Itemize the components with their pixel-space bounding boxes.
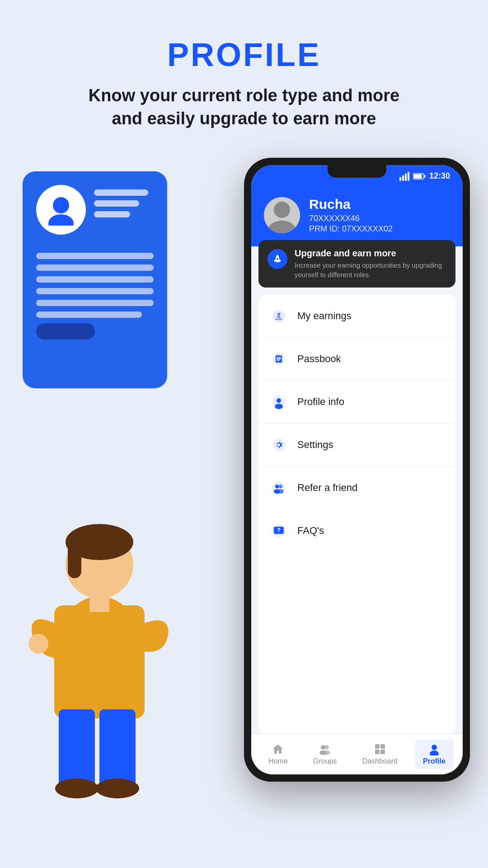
refer-svg-icon (272, 481, 286, 495)
svg-rect-14 (413, 174, 422, 178)
main-content: 12:30 Rucha 70XXXXXX46 PRM ID: 07XXXXXX0… (0, 158, 488, 800)
upgrade-banner[interactable]: Upgrade and earn more Increase your earn… (258, 240, 455, 288)
svg-rect-26 (277, 357, 281, 358)
menu-item-passbook[interactable]: Passbook (258, 338, 455, 381)
profile-info-block: Rucha 70XXXXXX46 PRM ID: 07XXXXXX02 (309, 197, 393, 234)
doc-lines (94, 185, 148, 244)
svg-point-35 (275, 485, 279, 488)
status-icons: 12:30 (399, 171, 450, 181)
time-display: 12:30 (429, 171, 450, 181)
phone-mockup: 12:30 Rucha 70XXXXXX46 PRM ID: 07XXXXXX0… (244, 158, 470, 782)
refer-label: Refer a friend (297, 482, 357, 494)
svg-text:?: ? (277, 527, 281, 533)
nav-home[interactable]: Home (260, 739, 296, 769)
battery-icon (413, 173, 426, 179)
signal-icon (399, 172, 409, 181)
person-avatar-icon (45, 194, 77, 226)
nav-groups-label: Groups (313, 757, 337, 765)
nav-home-label: Home (268, 757, 288, 765)
dashboard-icon (374, 743, 386, 755)
person-illustration (14, 393, 185, 800)
doc-full-line-6 (36, 311, 142, 318)
doc-full-line-5 (36, 300, 154, 306)
profile-info-label: Profile info (297, 396, 344, 408)
profile-name: Rucha (309, 197, 393, 212)
menu-item-profile-info[interactable]: Profile info (258, 381, 455, 424)
profile-info-icon (268, 392, 289, 412)
header-subtitle: Know your current role type and more and… (27, 84, 461, 131)
svg-point-51 (430, 750, 439, 755)
svg-point-38 (277, 489, 284, 494)
doc-line-1 (94, 189, 148, 196)
svg-point-31 (275, 404, 283, 409)
upgrade-desc: Increase your earning opportunities by u… (295, 260, 446, 279)
passbook-icon (268, 349, 289, 369)
svg-rect-15 (424, 175, 425, 178)
svg-rect-12 (89, 592, 109, 612)
upgrade-icon (267, 249, 287, 269)
earnings-label: My earnings (297, 310, 352, 322)
groups-icon (319, 743, 331, 755)
refer-icon (268, 477, 289, 498)
svg-point-30 (277, 398, 281, 403)
profile-avatar (264, 197, 300, 233)
faq-icon: ? (268, 520, 289, 541)
doc-card-illustration (23, 171, 167, 388)
page-title: PROFILE (27, 36, 461, 73)
home-icon (272, 743, 284, 755)
svg-rect-27 (277, 359, 281, 359)
earnings-icon: ₹ (268, 306, 289, 326)
menu-list: ₹ My earnings (258, 295, 455, 734)
doc-line-2 (94, 200, 139, 207)
upgrade-text: Upgrade and earn more Increase your earn… (295, 248, 446, 279)
svg-rect-5 (68, 542, 81, 578)
svg-point-19 (277, 258, 278, 260)
svg-point-1 (48, 214, 74, 226)
passbook-svg-icon (272, 352, 286, 366)
svg-point-0 (53, 197, 69, 213)
passbook-label: Passbook (297, 353, 341, 365)
settings-svg-icon (272, 438, 286, 452)
svg-rect-22 (275, 319, 282, 320)
menu-item-refer[interactable]: Refer a friend (258, 467, 455, 509)
svg-rect-47 (380, 744, 385, 749)
svg-point-45 (323, 750, 330, 755)
header-section: PROFILE Know your current role type and … (0, 0, 488, 149)
svg-point-10 (55, 778, 99, 798)
phone-screen: 12:30 Rucha 70XXXXXX46 PRM ID: 07XXXXXX0… (251, 165, 463, 774)
faq-label: FAQ's (297, 525, 324, 537)
settings-label: Settings (297, 439, 333, 451)
profile-header: Rucha 70XXXXXX46 PRM ID: 07XXXXXX02 (251, 188, 463, 246)
svg-point-33 (277, 443, 280, 446)
doc-line-3 (94, 211, 130, 217)
doc-full-line-1 (36, 253, 154, 259)
svg-point-36 (279, 485, 282, 488)
svg-point-7 (28, 634, 48, 654)
nav-profile[interactable]: Profile (415, 739, 454, 769)
doc-full-lines (36, 249, 154, 318)
menu-item-settings[interactable]: Settings (258, 424, 455, 467)
svg-point-43 (324, 745, 329, 750)
svg-rect-49 (380, 750, 385, 754)
settings-icon (268, 434, 289, 455)
nav-groups[interactable]: Groups (305, 739, 345, 769)
bottom-nav: Home Groups (251, 734, 463, 774)
doc-full-line-3 (36, 276, 154, 283)
upgrade-title: Upgrade and earn more (295, 248, 446, 259)
svg-text:₹: ₹ (277, 312, 281, 320)
svg-rect-48 (375, 750, 380, 754)
rocket-icon (272, 254, 283, 264)
profile-info-svg-icon (272, 395, 286, 409)
phone-notch (328, 165, 386, 178)
menu-item-earnings[interactable]: ₹ My earnings (258, 295, 455, 338)
profile-nav-icon (428, 743, 441, 755)
nav-dashboard[interactable]: Dashboard (354, 739, 406, 769)
svg-point-11 (96, 778, 139, 798)
doc-full-line-4 (36, 288, 154, 294)
profile-prm-id: PRM ID: 07XXXXXX02 (309, 224, 393, 234)
nav-dashboard-label: Dashboard (362, 757, 398, 765)
svg-point-50 (432, 745, 437, 750)
menu-item-faq[interactable]: ? FAQ's (258, 509, 455, 552)
svg-point-17 (274, 202, 290, 218)
doc-button (36, 323, 95, 340)
